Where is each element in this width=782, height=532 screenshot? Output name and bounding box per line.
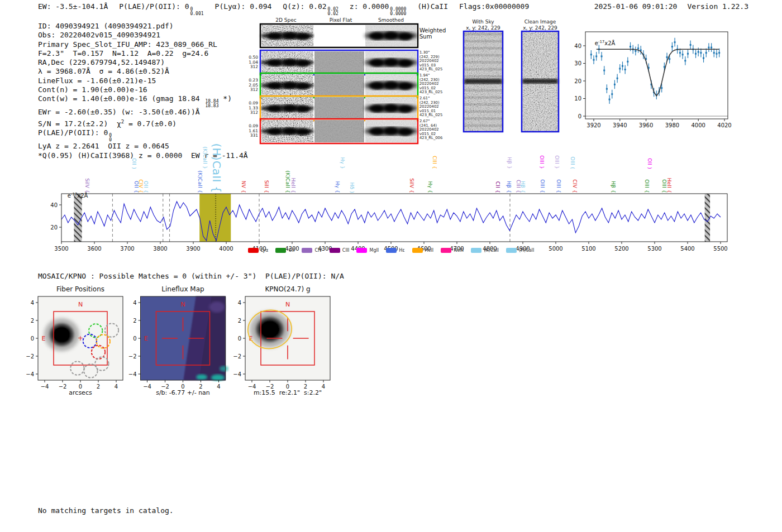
- spectral-line-label-27: OIII (: [570, 156, 575, 169]
- cutout-row-3: [260, 96, 418, 121]
- inset-xtick: 4020: [717, 122, 731, 128]
- cutout-column-title-2: Smoothed: [366, 17, 416, 23]
- spectral-line-label-11: HeII {: [290, 178, 296, 193]
- legend-label: Lyα: [261, 248, 269, 253]
- header-seg-1: P(LAE)/P(OII): 000.001: [119, 2, 203, 16]
- spectral-line-label-0: SiIV {: [84, 178, 90, 193]
- info-line-text-5: RA,Dec (229.679794,52.149487): [38, 58, 165, 66]
- header-seg-3: Q(z): 0.020.020.02: [283, 2, 338, 16]
- spectrum-xtick: 3900: [186, 246, 200, 252]
- lineflux-ytick: 4: [133, 300, 136, 306]
- legend-label: NeIII: [454, 248, 464, 253]
- fiber-xlabel: arcsecs: [27, 389, 133, 396]
- kpno-title: KPNO(24.7) g: [243, 285, 332, 293]
- info-line-text-4: F=2.3" T=0.157 N=1.12 A=0.22 g=24.6: [38, 49, 208, 57]
- legend-item-7: NeIII: [441, 248, 464, 253]
- fiber-center-mark: +: [78, 334, 83, 342]
- row-3-left-labels: 0.091.61331: [235, 124, 258, 138]
- super-sub-stack: 0.020.02: [328, 7, 338, 16]
- info-line-10: EWr = -2.60(±0.35) (w: -3.50(±0.46))Å: [38, 108, 248, 117]
- inset-ytick: 10: [574, 95, 581, 102]
- fiber-ytick: −4: [26, 371, 34, 377]
- fiber-east-label: E: [42, 335, 46, 342]
- spectral-line-label-26: OIII {: [556, 179, 561, 193]
- spectral-line-label-1: OII ): [131, 158, 137, 169]
- info-line-4: F=2.3" T=0.157 N=1.12 A=0.22 g=24.6: [38, 49, 248, 58]
- lineflux-ytick: −2: [128, 353, 137, 360]
- inset-ytick: 40: [574, 43, 581, 49]
- weighted-sum-label: Weighted Sum: [419, 27, 446, 40]
- spectral-line-label-32: OIII {: [661, 179, 667, 193]
- spectrum-ytick: 40: [50, 202, 58, 208]
- info-line-text-11: S/N = 17.2(±2.2) χ2 = 0.7(±0.0): [38, 119, 177, 128]
- info-line-text-8: Cont(n) = 1.90(±0.00)e-16: [38, 85, 147, 94]
- info-line-6: λ = 3968.07Å σ = 4.86(±0.52)Å: [38, 67, 248, 76]
- info-line-text-13: LyA z = 2.2641 OII z = 0.0645: [38, 142, 169, 150]
- lineflux-north-label: N: [180, 301, 185, 308]
- legend-swatch: [471, 248, 481, 253]
- with-sky-image: [464, 31, 503, 132]
- info-line-8: Cont(n) = 1.90(±0.00)e-16: [38, 85, 248, 94]
- super-sub-stack: 18.8418.83: [205, 99, 218, 108]
- fiber-ytick: 0: [31, 336, 34, 342]
- inset-xtick: 3960: [639, 122, 653, 128]
- spectral-line-label-30: OIII {: [644, 179, 650, 193]
- lineflux-ytick: 2: [133, 318, 136, 324]
- legend-label: Hε: [399, 248, 404, 253]
- info-line-text-1: ID: 4090394921 (4090394921.pdf): [38, 22, 174, 30]
- kpno-ytick: 0: [238, 336, 241, 342]
- spectral-line-label-31: OII ): [647, 158, 652, 169]
- legend-label: (H)CaII: [519, 248, 534, 253]
- legend-item-6: HeII: [412, 248, 434, 253]
- spectral-line-label-28: CIV {: [572, 179, 578, 193]
- cutout-column-title-1: Pixel Flat: [316, 17, 366, 23]
- kpno-ytick: 4: [238, 300, 241, 306]
- sky-panels: NE+−4−2024−4−2024NE−4−2024−4−2024NE−4−20…: [26, 296, 330, 390]
- cutout-strip: [260, 24, 559, 143]
- with_sky-title: With Sky: [452, 19, 514, 25]
- clean_image-subtitle: x, y: 242, 229: [509, 25, 571, 31]
- kpno-xlabel: m:15.5 re:2.1" s:2.2": [235, 389, 341, 396]
- legend-swatch: [441, 248, 451, 253]
- spectral-line-label-14: Hδ ): [349, 183, 355, 193]
- row-0-left-labels: 0.501.04312: [235, 55, 258, 70]
- spectral-line-label-9: SiII {: [264, 180, 269, 193]
- header-seg-4: z: 0.00000.00000.0000: [350, 2, 406, 16]
- spectrum-xtick: 5300: [647, 246, 661, 252]
- spectrum-xtick: 3600: [87, 246, 101, 252]
- row-2-right-labels: 2.61"(242, 230)20220402v015_01423_RL_025: [419, 97, 453, 118]
- header-stats: EW: -3.5±-104.1ÅP(LAE)/P(OII): 000.001P(…: [38, 2, 529, 16]
- legend-item-5: Hε: [386, 248, 404, 253]
- super-sub-stack: 00: [109, 133, 112, 142]
- legend-label: MgII: [369, 248, 379, 253]
- header-seg-5: (H)CaII: [417, 2, 448, 16]
- cutout-column-title-0: 2D Spec: [261, 17, 311, 23]
- legend-swatch: [506, 248, 517, 253]
- info-line-9: Cont(w) = 1.40(±0.00)e-16 (gmag 18.84 18…: [38, 94, 248, 108]
- kpno-panel: NE−4−2024−4−2024: [233, 296, 330, 390]
- legend-swatch: [386, 248, 397, 253]
- spectral-line-label-4: OII {: [143, 181, 149, 193]
- timestamp-version: 2025-01-06 09:01:20 Version 1.22.3: [594, 2, 748, 11]
- lineflux-panel: NE−4−2024−4−2024: [128, 296, 228, 390]
- version: Version 1.22.3: [687, 2, 748, 11]
- spectral-line-label-17: CIII {: [432, 156, 437, 169]
- cutout-row-0: [260, 24, 418, 47]
- fiber-north-label: N: [78, 301, 83, 308]
- spectral-line-label-5: (K)CaII {: [197, 171, 203, 193]
- spectrum-xtick: 5400: [680, 246, 694, 252]
- row-3-right-labels: 2.67"(241, 64)20220402v015_02423_RL_006: [419, 119, 453, 141]
- row-1-right-labels: 1.94"(242, 230)20220402v015_02423_RL_025: [419, 74, 453, 95]
- legend-label: CIV: [314, 248, 322, 253]
- info-line-11: S/N = 17.2(±2.2) χ2 = 0.7(±0.0): [38, 117, 248, 129]
- lineflux-xlabel: s/b: -6.77 +/- nan: [130, 389, 236, 396]
- legend-swatch: [302, 248, 312, 253]
- kpno-ytick: 2: [238, 318, 241, 324]
- kpno-north-label: N: [285, 301, 290, 308]
- footer-line-1: No matching targets in catalog.: [38, 506, 174, 515]
- spectral-line-label-29: Hβ {: [611, 181, 616, 193]
- legend-label: (K)CaII: [484, 248, 499, 253]
- clean_image-title: Clean Image: [509, 19, 571, 25]
- spectrum-chart: 3500360037003800390040004100420043004400…: [50, 194, 727, 252]
- inset-xtick: 3980: [665, 122, 679, 128]
